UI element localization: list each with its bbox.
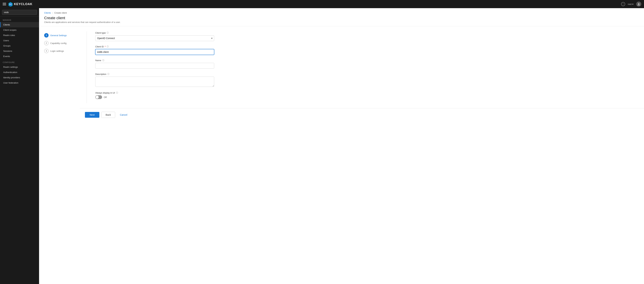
description-textarea[interactable]	[95, 76, 214, 87]
sidebar-item-realm-settings[interactable]: Realm settings	[0, 64, 39, 70]
always-display-field: Always display in UI ⓘ Off	[95, 92, 214, 99]
steps-divider	[86, 32, 87, 103]
always-display-toggle[interactable]	[95, 95, 102, 99]
content-area: Clients › Create client Create client Cl…	[39, 8, 644, 284]
name-label: Name ⓘ	[95, 59, 214, 62]
help-icon[interactable]: ?	[621, 2, 625, 6]
sidebar-item-identity-providers[interactable]: Identity providers	[0, 75, 39, 80]
next-button[interactable]: Next	[85, 112, 99, 118]
realm-select[interactable]: iotdb	[2, 10, 37, 15]
logo-text: KEYCLOAK	[14, 2, 32, 6]
svg-text:KC: KC	[9, 4, 12, 5]
name-field: Name ⓘ	[95, 59, 214, 68]
step-2-label: Capability config	[50, 42, 66, 44]
back-button[interactable]: Back	[102, 112, 115, 118]
sidebar-item-clients[interactable]: Clients	[0, 22, 39, 27]
client-type-select[interactable]: OpenID Connect SAML	[95, 35, 214, 41]
avatar	[636, 2, 641, 6]
step-2-item[interactable]: 2 Capability config	[44, 39, 78, 47]
navbar-right: ? root ▾	[621, 2, 641, 6]
realm-selector[interactable]: iotdb	[0, 8, 39, 17]
step-1-label: General Settings	[50, 34, 67, 37]
page-subtitle: Clients are applications and services th…	[44, 21, 639, 24]
steps-panel: 1 General Settings 2 Capability config 3…	[44, 32, 78, 103]
sidebar-item-groups[interactable]: Groups	[0, 43, 39, 48]
always-display-toggle-row: Off	[95, 95, 214, 99]
page-header: Clients › Create client Create client Cl…	[39, 8, 644, 26]
client-type-info-icon[interactable]: ⓘ	[107, 32, 109, 34]
sidebar-item-authentication[interactable]: Authentication	[0, 70, 39, 75]
client-type-label: Client type ⓘ	[95, 32, 214, 34]
sidebar-item-events[interactable]: Events	[0, 54, 39, 59]
sidebar-item-sessions[interactable]: Sessions	[0, 48, 39, 54]
client-type-select-wrapper: OpenID Connect SAML ▾	[95, 35, 214, 41]
configure-section-label: Configure	[0, 59, 39, 64]
chevron-down-icon: ▾	[632, 3, 634, 6]
client-id-label: Client ID * ⓘ	[95, 45, 214, 48]
client-type-field: Client type ⓘ OpenID Connect SAML ▾	[95, 32, 214, 41]
svg-point-3	[638, 3, 640, 4]
toggle-knob	[96, 96, 99, 99]
main-layout: iotdb Manage Clients Client scopes Realm…	[0, 8, 644, 284]
sidebar-item-realm-roles[interactable]: Realm roles	[0, 32, 39, 38]
client-id-required: *	[105, 45, 106, 48]
keycloak-logo-icon: KC	[8, 2, 13, 6]
step-3-label: Login settings	[50, 50, 64, 52]
action-bar: Next Back Cancel	[80, 108, 644, 121]
step-3-item[interactable]: 3 Login settings	[44, 47, 78, 55]
navbar: KC KEYCLOAK ? root ▾	[0, 0, 644, 8]
sidebar-item-client-scopes[interactable]: Client scopes	[0, 27, 39, 32]
breadcrumb: Clients › Create client	[44, 12, 639, 14]
manage-section-label: Manage	[0, 17, 39, 22]
navbar-left: KC KEYCLOAK	[3, 2, 32, 6]
always-display-label: Always display in UI ⓘ	[95, 92, 214, 94]
step-1-item[interactable]: 1 General Settings	[44, 32, 78, 39]
sidebar-item-users[interactable]: Users	[0, 38, 39, 43]
form-fields: Client type ⓘ OpenID Connect SAML ▾ Cl	[95, 32, 214, 103]
sidebar-item-user-federation[interactable]: User federation	[0, 80, 39, 86]
description-field: Description ⓘ	[95, 73, 214, 87]
description-info-icon[interactable]: ⓘ	[107, 73, 109, 76]
user-label: root	[628, 3, 632, 6]
form-container: 1 General Settings 2 Capability config 3…	[39, 26, 644, 108]
client-id-info-icon[interactable]: ⓘ	[107, 45, 109, 48]
page-title: Create client	[44, 16, 639, 20]
step-1-circle: 1	[44, 33, 48, 38]
always-display-info-icon[interactable]: ⓘ	[116, 92, 118, 94]
breadcrumb-separator: ›	[52, 12, 53, 14]
description-label: Description ⓘ	[95, 73, 214, 76]
name-info-icon[interactable]: ⓘ	[102, 59, 104, 62]
client-id-field: Client ID * ⓘ	[95, 45, 214, 55]
breadcrumb-current: Create client	[54, 12, 67, 14]
sidebar: iotdb Manage Clients Client scopes Realm…	[0, 8, 39, 284]
name-input[interactable]	[95, 63, 214, 68]
logo: KC KEYCLOAK	[8, 2, 32, 6]
cancel-button[interactable]: Cancel	[117, 112, 130, 118]
breadcrumb-clients-link[interactable]: Clients	[44, 12, 51, 14]
step-2-circle: 2	[44, 41, 48, 45]
always-display-state: Off	[104, 96, 107, 98]
menu-icon[interactable]	[3, 3, 6, 5]
user-dropdown[interactable]: root ▾	[628, 3, 634, 6]
client-id-input[interactable]	[95, 49, 214, 55]
step-3-circle: 3	[44, 49, 48, 53]
